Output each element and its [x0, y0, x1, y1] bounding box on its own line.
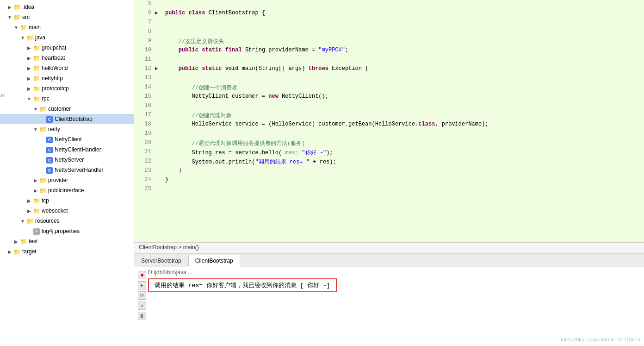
line-num-20: 20	[134, 139, 155, 148]
code-15: NettyClient customer = new NettyClient()…	[163, 93, 644, 102]
bottom-panel: ServerBootstrap ClientBootstrap ■ ▶ ⟳ ✕ …	[134, 253, 644, 346]
sidebar-item-groupchat[interactable]: ▶ 📁 groupchat	[0, 43, 134, 53]
sidebar-item-nettyhttp[interactable]: ▶ 📁 nettyhttp	[0, 73, 134, 83]
code-table: 5 6 ▶ public class ClientBootstrap {	[134, 0, 644, 195]
code-line-21: 21 String res = service.hello( mes: "你好 …	[134, 148, 644, 157]
sidebar-item-src[interactable]: ▼ 📁 src	[0, 12, 134, 22]
folder-icon-websocket: 📁	[32, 208, 41, 214]
sidebar-item-nettyserver[interactable]: C NettyServer	[0, 155, 134, 165]
arrow-10	[155, 46, 163, 56]
line-num-18: 18	[134, 120, 155, 130]
arrow-9	[155, 37, 163, 46]
sidebar-item-websocket[interactable]: ▶ 📁 websocket	[0, 206, 134, 216]
arrow-websocket: ▶	[26, 208, 32, 214]
tab-serverbootstrap[interactable]: ServerBootstrap	[134, 255, 188, 267]
sidebar-item-rpc[interactable]: ▼ 📁 rpc	[0, 94, 134, 104]
sidebar-label-resources: resources	[35, 218, 60, 224]
side-icon-1[interactable]: ■	[138, 271, 146, 279]
sidebar-item-heartbeat[interactable]: ▶ 📁 heartbeat	[0, 53, 134, 63]
sidebar-item-target[interactable]: ▶ 📁 target	[0, 246, 134, 257]
sidebar-label-nettyclienthandler: NettyClientHandler	[55, 146, 101, 153]
folder-icon-src: 📁	[13, 14, 21, 21]
java-icon-clientbootstrap: C	[45, 116, 54, 123]
code-25	[163, 185, 644, 195]
code-11	[163, 56, 644, 65]
folder-icon-helloworld: 📁	[32, 65, 41, 72]
sidebar-item-resources[interactable]: ▼ 📁 resources	[0, 216, 134, 226]
bottom-content: ■ ▶ ⟳ ✕ 🗑 D:\jdb8\bin\java ... 调用的结果 res…	[134, 267, 644, 346]
sidebar-item-netty[interactable]: ▼ 📁 netty	[0, 124, 134, 134]
arrow-20	[155, 139, 163, 148]
sidebar-item-nettyclienthandler[interactable]: C NettyClientHandler	[0, 145, 134, 155]
sidebar-item-nettyclient[interactable]: C NettyClient	[0, 134, 134, 145]
folder-icon-publicinterface: 📁	[39, 187, 47, 194]
arrow-6: ▶	[155, 9, 163, 19]
code-line-17: 17 //创建代理对象	[134, 111, 644, 120]
code-8	[163, 28, 644, 37]
sidebar-item-provider[interactable]: ▶ 📁 provider	[0, 175, 134, 185]
code-line-13: 13	[134, 74, 644, 83]
code-line-24: 24 }	[134, 176, 644, 185]
sidebar-item-helloworld[interactable]: ▶ 📁 helloWorld	[0, 63, 134, 73]
sidebar-item-test[interactable]: ▶ 📁 test	[0, 236, 134, 246]
java-icon-nettyserver: C	[45, 157, 54, 164]
side-label: n:	[1, 93, 5, 98]
sidebar-item-clientbootstrap[interactable]: C ClientBootstrap	[0, 114, 134, 124]
code-line-16: 16	[134, 102, 644, 111]
side-icon-3[interactable]: ⟳	[138, 291, 146, 300]
file-tree[interactable]: ▶ 📁 .idea ▼ 📁 src ▼ 📁 main ▼ 📁 java	[0, 0, 134, 346]
line-num-10: 10	[134, 46, 155, 56]
arrow-netty: ▼	[32, 127, 39, 132]
arrow-5	[155, 0, 163, 9]
sidebar-item-nettyserverhandler[interactable]: C NettyServerHandler	[0, 165, 134, 175]
sidebar-label-nettyhttp: nettyhttp	[42, 75, 63, 82]
code-line-12: 12 ▶ public static void main(String[] ar…	[134, 65, 644, 74]
sidebar-item-idea[interactable]: ▶ 📁 .idea	[0, 2, 134, 12]
code-16	[163, 102, 644, 111]
sidebar-item-main[interactable]: ▼ 📁 main	[0, 22, 134, 32]
arrow-publicinterface: ▶	[32, 188, 39, 193]
folder-icon-provider: 📁	[39, 177, 47, 184]
arrow-14	[155, 83, 163, 93]
side-icon-panel: ■ ▶ ⟳ ✕ 🗑	[138, 269, 148, 344]
sidebar-item-publicinterface[interactable]: ▶ 📁 publicinterface	[0, 185, 134, 195]
sidebar-label-target: target	[22, 248, 37, 255]
sidebar-label-customer: customer	[48, 106, 71, 112]
breadcrumb: ClientBootstrap > main()	[134, 242, 644, 253]
code-line-7: 7	[134, 19, 644, 28]
sidebar-label-nettyclient: NettyClient	[55, 136, 82, 143]
line-num-14: 14	[134, 83, 155, 93]
java-icon-nettyclient: C	[45, 136, 54, 143]
sidebar-label-groupchat: groupchat	[42, 44, 66, 51]
sidebar-item-protocoltcp[interactable]: ▶ 📁 protocoltcp	[0, 83, 134, 94]
code-line-25: 25	[134, 185, 644, 195]
code-content[interactable]: 5 6 ▶ public class ClientBootstrap {	[134, 0, 644, 242]
arrow-idea: ▶	[6, 5, 13, 10]
arrow-provider: ▶	[32, 178, 39, 183]
line-num-11: 11	[134, 56, 155, 65]
side-icon-2[interactable]: ▶	[138, 281, 146, 289]
sidebar-item-log4j[interactable]: P log4j.properties	[0, 226, 134, 236]
sidebar-item-tcp[interactable]: ▶ 📁 tcp	[0, 195, 134, 206]
folder-icon-groupchat: 📁	[32, 44, 41, 51]
side-icon-4[interactable]: ✕	[138, 302, 146, 310]
arrow-target: ▶	[6, 249, 13, 254]
arrow-18	[155, 120, 163, 130]
code-23: }	[163, 167, 644, 176]
line-num-17: 17	[134, 111, 155, 120]
side-icon-5[interactable]: 🗑	[138, 312, 146, 320]
arrow-protocoltcp: ▶	[26, 86, 32, 91]
code-22: System.out.println("调用的结果 res= " + res);	[163, 157, 644, 167]
tab-clientbootstrap[interactable]: ClientBootstrap	[188, 255, 240, 267]
code-line-10: 10 public static final String providerNa…	[134, 46, 644, 56]
sidebar-item-java[interactable]: ▼ 📁 java	[0, 32, 134, 43]
sidebar-item-customer[interactable]: ▼ 📁 customer	[0, 104, 134, 114]
arrow-17	[155, 111, 163, 120]
line-num-24: 24	[134, 176, 155, 185]
code-12: public static void main(String[] args) t…	[163, 65, 644, 74]
code-20: //通过代理对象调用服务提供者的方法(服务)	[163, 139, 644, 148]
java-icon-nettyclienthandler: C	[45, 146, 54, 153]
arrow-23	[155, 167, 163, 176]
line-num-19: 19	[134, 130, 155, 139]
arrow-13	[155, 74, 163, 83]
